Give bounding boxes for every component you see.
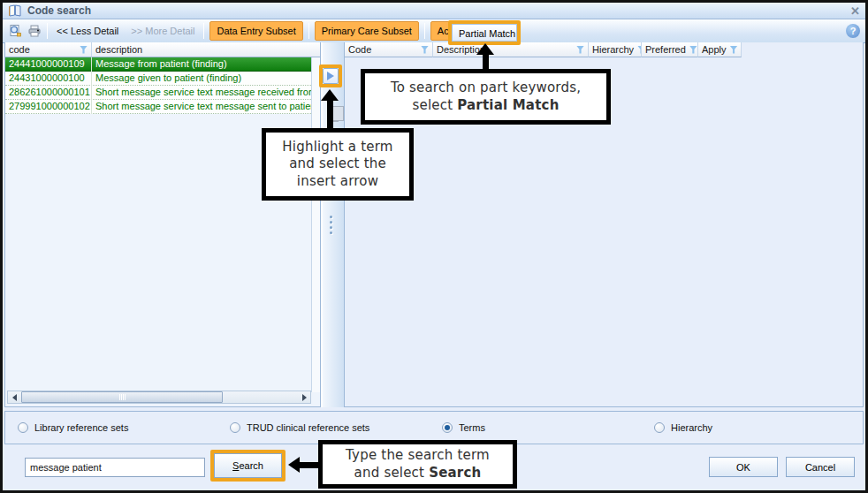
scroll-left-icon[interactable]	[8, 391, 20, 403]
table-row[interactable]: 279991000000102 Short message service te…	[5, 100, 320, 114]
search-input[interactable]	[25, 458, 205, 477]
help-icon[interactable]: ?	[846, 24, 860, 38]
horizontal-scrollbar[interactable]	[7, 391, 311, 404]
radio-label: TRUD clinical reference sets	[247, 422, 369, 433]
left-grid-header: code description	[5, 42, 320, 57]
radio-icon[interactable]	[654, 422, 665, 433]
row-description: Message from patient (finding)	[92, 57, 320, 72]
column-header-hierarchy[interactable]: Hierarchy	[589, 42, 642, 57]
splitter-grip[interactable]	[330, 216, 332, 234]
table-row[interactable]: 286261000000101 Short message service te…	[5, 86, 320, 100]
column-header-code[interactable]: code	[5, 42, 92, 57]
search-callout: Type the search term and select Search	[318, 440, 517, 489]
code-search-window: Code search ✕ << Less Detail >> More Det…	[0, 0, 868, 493]
window-title: Code search	[27, 4, 91, 17]
radio-terms[interactable]: Terms	[442, 422, 485, 433]
column-header-label: Apply	[702, 44, 727, 55]
callout-text: and select	[354, 465, 430, 481]
radio-hierarchy[interactable]: Hierarchy	[654, 422, 712, 433]
toolbar-separator	[47, 23, 48, 39]
column-header-label: Preferred	[645, 44, 686, 55]
term-results-panel: code description 24441000000109 Message …	[4, 42, 321, 407]
callout-arrow-left	[288, 457, 320, 473]
callout-text: Highlight a term	[266, 139, 409, 156]
insert-arrow-button[interactable]	[323, 68, 339, 84]
column-header-label: code	[9, 44, 30, 55]
book-icon	[8, 4, 22, 18]
scroll-right-icon[interactable]	[298, 391, 310, 403]
partial-match-callout: To search on part keywords, select Parti…	[361, 69, 611, 125]
column-header-preferred[interactable]: Preferred	[642, 42, 698, 57]
callout-text-bold: Partial Match	[457, 97, 559, 113]
table-row[interactable]: 24441000000109 Message from patient (fin…	[5, 57, 320, 72]
table-row[interactable]: 24431000000100 Message given to patient …	[5, 72, 320, 86]
partial-match-highlight-box: Partial Match	[448, 20, 521, 45]
right-grid-header: Code Description Hierarchy Preferred App…	[345, 42, 863, 57]
row-code: 286261000000101	[5, 86, 92, 100]
row-description: Short message service text message sent …	[92, 100, 320, 114]
radio-label: Library reference sets	[34, 422, 128, 433]
radio-label: Terms	[459, 422, 485, 433]
callout-text: and select the	[266, 155, 409, 173]
filter-icon[interactable]	[689, 46, 697, 54]
radio-label: Hierarchy	[671, 422, 712, 433]
column-header-label: Code	[348, 44, 371, 55]
right-arrow-icon	[327, 72, 334, 80]
insert-arrow-callout: Highlight a term and select the insert a…	[262, 128, 414, 201]
radio-trud-clinical-reference-sets[interactable]: TRUD clinical reference sets	[230, 422, 369, 433]
less-detail-button[interactable]: << Less Detail	[53, 26, 122, 36]
column-header-label: description	[95, 44, 142, 55]
column-header-code[interactable]: Code	[345, 42, 433, 57]
callout-text: select	[412, 97, 457, 113]
radio-icon[interactable]	[230, 422, 240, 433]
callout-text: Type the search term	[323, 447, 513, 465]
filter-icon[interactable]	[421, 46, 429, 54]
callout-text: insert arrow	[266, 173, 409, 191]
radio-selected-icon[interactable]	[442, 422, 453, 433]
search-bar: Search Type the search term and select S…	[3, 444, 865, 490]
radio-library-reference-sets[interactable]: Library reference sets	[18, 422, 128, 433]
row-code: 279991000000102	[5, 100, 92, 114]
print-icon[interactable]	[27, 24, 42, 38]
filter-icon[interactable]	[576, 46, 584, 54]
insert-arrow-highlight-box	[319, 64, 342, 87]
search-button-highlight-box: Search	[210, 450, 286, 482]
row-description: Message given to patient (finding)	[92, 72, 320, 86]
close-icon[interactable]: ✕	[850, 5, 860, 17]
scrollbar-thumb[interactable]	[21, 391, 223, 403]
row-code: 24431000000100	[5, 72, 92, 86]
column-header-apply[interactable]: Apply	[698, 42, 742, 57]
print-preview-icon[interactable]	[8, 24, 22, 38]
vertical-scrollbar-track[interactable]	[311, 57, 320, 392]
primary-care-subset-button[interactable]: Primary Care Subset	[315, 21, 419, 41]
toolbar-separator	[424, 23, 425, 39]
cancel-button[interactable]: Cancel	[786, 457, 855, 477]
toolbar-separator	[203, 23, 204, 39]
callout-arrow-up	[476, 43, 494, 69]
column-header-description[interactable]: description	[92, 42, 320, 57]
callout-arrow-up	[321, 89, 339, 128]
search-button-label: earch	[239, 460, 263, 471]
data-entry-subset-button[interactable]: Data Entry Subset	[209, 21, 302, 41]
ok-button[interactable]: OK	[709, 457, 778, 477]
search-button[interactable]: Search	[214, 453, 282, 478]
radio-icon[interactable]	[18, 422, 28, 433]
toolbar: << Less Detail >> More Detail Data Entry…	[3, 19, 865, 43]
title-bar: Code search ✕	[3, 3, 865, 19]
callout-text-bold: Search	[429, 465, 481, 481]
column-header-label: Hierarchy	[592, 44, 634, 55]
row-description: Short message service text message recei…	[92, 86, 320, 100]
partial-match-button[interactable]: Partial Match	[452, 24, 517, 42]
toolbar-separator	[308, 23, 309, 39]
callout-text: To search on part keywords,	[391, 80, 581, 95]
filter-icon[interactable]	[730, 46, 738, 54]
more-detail-button: >> More Detail	[127, 26, 198, 36]
row-code: 24441000000109	[5, 57, 92, 72]
filter-icon[interactable]	[80, 46, 88, 54]
